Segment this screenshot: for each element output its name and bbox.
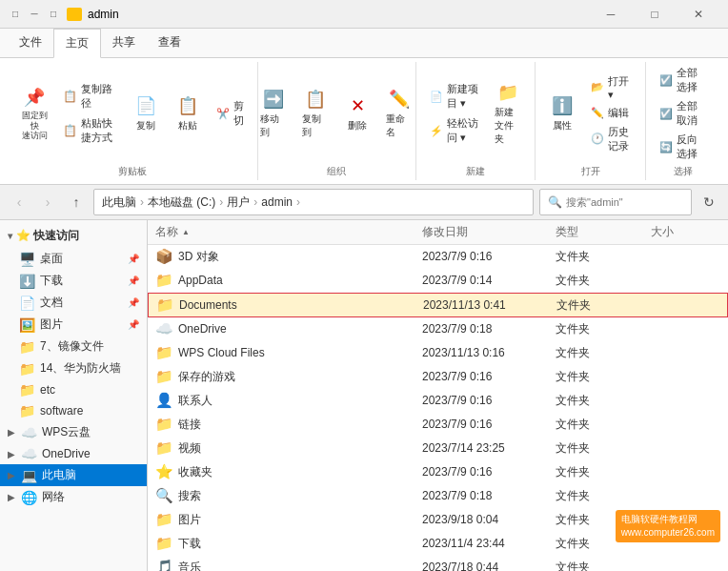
sidebar-item-huawei[interactable]: 📁 14、华为防火墙 — [0, 357, 147, 379]
delete-button[interactable]: ✕ 删除 — [338, 92, 376, 134]
file-name-cell: 📁 WPS Cloud Files — [155, 344, 422, 361]
close-button[interactable]: ✕ — [677, 0, 720, 29]
edit-label: 编辑 — [608, 106, 629, 120]
copy-button[interactable]: 📄 复制 — [127, 92, 165, 134]
sidebar-item-downloads[interactable]: ⬇️ 下载 📌 — [0, 270, 147, 292]
easy-access-button[interactable]: ⚡ 轻松访问 ▾ — [424, 114, 485, 147]
rename-button[interactable]: ✏️ 重命名 — [380, 86, 418, 141]
properties-button[interactable]: ℹ️ 属性 — [543, 92, 581, 134]
downloads-label: 下载 — [40, 273, 63, 289]
col-header-size[interactable]: 大小 — [651, 224, 720, 240]
sidebar-item-pictures[interactable]: 🖼️ 图片 📌 — [0, 314, 147, 336]
file-row-videos[interactable]: 📁 视频 2023/7/14 23:25 文件夹 — [148, 437, 728, 460]
wps-icon: ☁️ — [21, 425, 36, 440]
file-icon-links: 📁 — [155, 416, 172, 433]
history-button[interactable]: 🕐 历史记录 — [585, 123, 637, 155]
search-input[interactable] — [566, 196, 680, 208]
file-row-onedrive[interactable]: ☁️ OneDrive 2023/7/9 0:18 文件夹 — [148, 317, 728, 341]
sidebar-item-mirror[interactable]: 📁 7、镜像文件 — [0, 336, 147, 357]
select-all-button[interactable]: ☑️ 全部选择 — [654, 64, 713, 96]
search-box[interactable]: 🔍 — [539, 189, 692, 215]
file-row-saved-games[interactable]: 📁 保存的游戏 2023/7/9 0:16 文件夹 — [148, 365, 728, 389]
file-row-searches[interactable]: 🔍 搜索 2023/7/9 0:18 文件夹 — [148, 484, 728, 508]
quick-access-header[interactable]: ▾ ⭐ 快速访问 — [0, 224, 147, 248]
file-row-favorites[interactable]: ⭐ 收藏夹 2023/7/9 0:16 文件夹 — [148, 460, 728, 484]
deselect-all-icon: ☑️ — [659, 108, 673, 120]
minimize-button[interactable]: ─ — [589, 0, 633, 29]
sidebar-item-documents[interactable]: 📄 文档 📌 — [0, 292, 147, 314]
file-name-appdata: AppData — [178, 274, 223, 287]
file-type-favorites: 文件夹 — [556, 464, 651, 480]
new-item-icon: 📄 — [430, 91, 443, 103]
downloads-icon: ⬇️ — [19, 274, 34, 289]
tab-view[interactable]: 查看 — [147, 29, 192, 57]
file-type-music: 文件夹 — [556, 560, 651, 572]
etc-label: etc — [40, 383, 55, 397]
file-row-links[interactable]: 📁 链接 2023/7/9 0:16 文件夹 — [148, 413, 728, 437]
open-button[interactable]: 📂 打开 ▾ — [585, 72, 637, 103]
sidebar-item-etc[interactable]: 📁 etc — [0, 379, 147, 400]
sidebar-item-desktop[interactable]: 🖥️ 桌面 📌 — [0, 248, 147, 270]
file-icon-onedrive: ☁️ — [155, 320, 172, 337]
path-computer[interactable]: 此电脑 — [102, 194, 136, 211]
paste-shortcut-button[interactable]: 📋 粘贴快捷方式 — [57, 114, 123, 147]
ribbon: 文件 主页 共享 查看 📌 固定到快速访问 📋 复制路径 📋 粘贴快 — [0, 29, 728, 185]
deselect-all-button[interactable]: ☑️ 全部取消 — [654, 97, 713, 130]
file-row-wps-cloud[interactable]: 📁 WPS Cloud Files 2023/11/13 0:16 文件夹 — [148, 341, 728, 365]
file-row-music[interactable]: 🎵 音乐 2023/7/18 0:44 文件夹 — [148, 556, 728, 571]
copy-to-button[interactable]: 📋 复制到 — [296, 86, 334, 141]
sidebar-item-software[interactable]: 📁 software — [0, 400, 147, 421]
organize-group: ➡️ 移动到 📋 复制到 ✕ 删除 ✏️ 重命名 组织 — [258, 62, 416, 180]
title-bar-folder-icon — [67, 8, 82, 21]
paste-button[interactable]: 📋 粘贴 — [169, 92, 207, 134]
tab-home[interactable]: 主页 — [53, 29, 101, 58]
onedrive-label: OneDrive — [42, 447, 91, 460]
tab-file[interactable]: 文件 — [8, 29, 53, 57]
up-button[interactable]: ↑ — [65, 191, 88, 214]
sidebar-item-onedrive[interactable]: ▶ ☁️ OneDrive — [0, 443, 147, 464]
path-drive[interactable]: 本地磁盘 (C:) — [148, 194, 215, 211]
maximize-button[interactable]: □ — [633, 0, 677, 29]
onedrive-icon: ☁️ — [21, 446, 36, 461]
invert-selection-button[interactable]: 🔄 反向选择 — [654, 131, 713, 163]
file-row-contacts[interactable]: 👤 联系人 2023/7/9 0:16 文件夹 — [148, 389, 728, 413]
deselect-all-label: 全部取消 — [677, 99, 707, 128]
network-label: 网络 — [42, 489, 65, 505]
open-label: 打开 — [581, 163, 600, 178]
file-date-wps-cloud: 2023/11/13 0:16 — [422, 346, 556, 359]
sidebar-item-network[interactable]: ▶ 🌐 网络 — [0, 486, 147, 508]
tab-share[interactable]: 共享 — [101, 29, 147, 57]
col-header-name[interactable]: 名称 ▲ — [155, 224, 422, 240]
pin-quick-access-button[interactable]: 📌 固定到快速访问 — [15, 84, 53, 143]
path-users[interactable]: 用户 — [227, 194, 250, 211]
file-type-searches: 文件夹 — [556, 488, 651, 504]
path-sep-2: › — [219, 195, 223, 209]
pin-icon: 📌 — [23, 86, 46, 109]
new-folder-button[interactable]: 📁 新建文件夹 — [489, 79, 527, 148]
file-date-onedrive: 2023/7/9 0:18 — [422, 322, 556, 336]
file-row-3d-objects[interactable]: 📦 3D 对象 2023/7/9 0:16 文件夹 — [148, 245, 728, 269]
copy-path-button[interactable]: 📋 复制路径 — [57, 80, 123, 112]
back-button[interactable]: ‹ — [8, 191, 30, 214]
properties-label: 属性 — [553, 119, 572, 133]
edit-button[interactable]: ✏️ 编辑 — [585, 104, 637, 122]
quick-access-expand-icon: ▾ — [8, 231, 12, 241]
file-row-documents[interactable]: 📁 Documents 2023/11/13 0:41 文件夹 — [148, 293, 728, 317]
path-admin[interactable]: admin — [261, 195, 293, 209]
forward-button[interactable]: › — [36, 191, 59, 214]
refresh-button[interactable]: ↻ — [698, 191, 720, 214]
address-path[interactable]: 此电脑 › 本地磁盘 (C:) › 用户 › admin › — [93, 189, 534, 215]
file-row-appdata[interactable]: 📁 AppData 2023/7/9 0:14 文件夹 — [148, 269, 728, 293]
sidebar-item-wps[interactable]: ▶ ☁️ WPS云盘 — [0, 421, 147, 443]
move-to-button[interactable]: ➡️ 移动到 — [254, 86, 293, 141]
title-bar-system-icon: □ — [8, 7, 23, 22]
sidebar-item-this-pc[interactable]: ▶ 💻 此电脑 — [0, 464, 147, 486]
file-icon-saved-games: 📁 — [155, 368, 172, 385]
copy-path-label: 复制路径 — [81, 82, 117, 111]
col-header-date[interactable]: 修改日期 — [422, 224, 556, 240]
col-header-type[interactable]: 类型 — [556, 224, 651, 240]
file-name-cell: 📁 保存的游戏 — [155, 368, 422, 385]
copy-to-label: 复制到 — [302, 112, 329, 139]
cut-button[interactable]: ✂️ 剪切 — [211, 97, 250, 130]
new-item-button[interactable]: 📄 新建项目 ▾ — [424, 80, 485, 112]
